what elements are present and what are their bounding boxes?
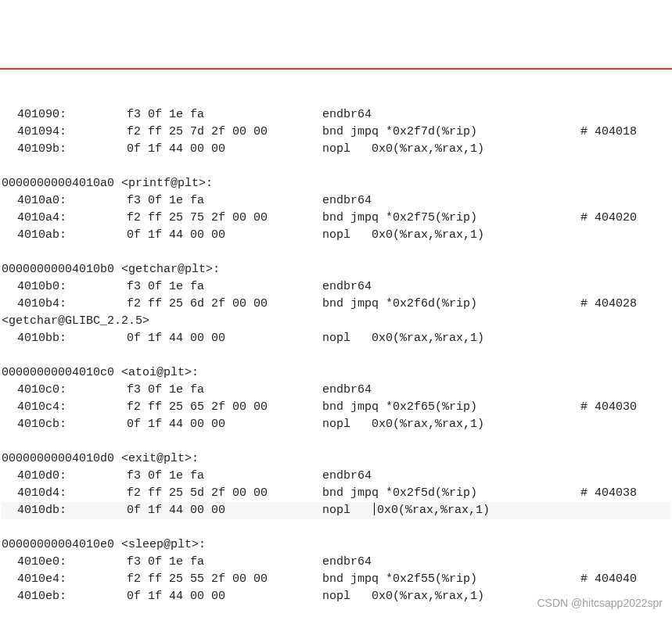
mnemonic: nopl 0x0(%rax,%rax,1) [322, 330, 580, 347]
mnemonic: endbr64 [322, 106, 580, 124]
symbol-header: 00000000004010b0 <getchar@plt>: [2, 261, 670, 278]
instruction-row: 4010db:0f 1f 44 00 00nopl 0x0(%rax,%rax,… [2, 502, 670, 519]
address: 4010c0: [2, 382, 127, 399]
hex-bytes: f2 ff 25 65 2f 00 00 [127, 399, 322, 416]
hex-bytes: 0f 1f 44 00 00 [127, 502, 322, 519]
hex-bytes: f2 ff 25 7d 2f 00 00 [127, 124, 322, 141]
address: 4010a4: [2, 210, 127, 227]
mnemonic: endbr64 [322, 554, 580, 571]
hex-bytes: 0f 1f 44 00 00 [127, 588, 322, 605]
instruction-row: 4010d0:f3 0f 1e faendbr64 [2, 468, 670, 485]
mnemonic: bnd jmpq *0x2f7d(%rip) [322, 124, 580, 141]
instruction-row: 4010a0:f3 0f 1e faendbr64 [2, 192, 670, 210]
address: 4010e0: [2, 554, 127, 571]
asm-right: 0x0(%rax,%rax,1) [377, 504, 490, 517]
mnemonic: nopl 0x0(%rax,%rax,1) [322, 588, 580, 605]
instruction-row: 4010c4:f2 ff 25 65 2f 00 00bnd jmpq *0x2… [2, 399, 670, 416]
hex-bytes: f3 0f 1e fa [127, 192, 322, 210]
address: 4010bb: [2, 330, 127, 347]
comment: # 404018 [580, 124, 670, 141]
instruction-row: 4010cb:0f 1f 44 00 00nopl 0x0(%rax,%rax,… [2, 416, 670, 433]
hex-bytes: f3 0f 1e fa [127, 554, 322, 571]
symbol-header: 00000000004010e0 <sleep@plt>: [2, 536, 670, 554]
address: 4010c4: [2, 399, 127, 416]
instruction-row: 4010e4:f2 ff 25 55 2f 00 00bnd jmpq *0x2… [2, 571, 670, 588]
address: 4010cb: [2, 416, 127, 433]
disassembly-listing: 401090:f3 0f 1e faendbr64401094:f2 ff 25… [0, 104, 672, 618]
hex-bytes: 0f 1f 44 00 00 [127, 227, 322, 244]
mnemonic: endbr64 [322, 382, 580, 399]
comment: # 404038 [580, 485, 670, 502]
blank-line [2, 347, 670, 364]
hex-bytes: f3 0f 1e fa [127, 278, 322, 296]
instruction-row: 4010b0:f3 0f 1e faendbr64 [2, 278, 670, 296]
hex-bytes: 0f 1f 44 00 00 [127, 141, 322, 158]
address: 4010eb: [2, 588, 127, 605]
mnemonic: nopl 0x0(%rax,%rax,1) [322, 416, 580, 433]
hex-bytes: f2 ff 25 5d 2f 00 00 [127, 485, 322, 502]
text-cursor [374, 503, 375, 515]
comment: # 404030 [580, 399, 670, 416]
mnemonic: endbr64 [322, 192, 580, 210]
comment: # 404020 [580, 210, 670, 227]
mnemonic: endbr64 [322, 468, 580, 485]
symbol-header: 00000000004010d0 <exit@plt>: [2, 450, 670, 468]
mnemonic: nopl 0x0(%rax,%rax,1) [322, 227, 580, 244]
mnemonic: bnd jmpq *0x2f55(%rip) [322, 571, 580, 588]
text-line: <getchar@GLIBC_2.2.5> [2, 313, 670, 330]
instruction-row: 4010c0:f3 0f 1e faendbr64 [2, 382, 670, 399]
address: 4010b0: [2, 278, 127, 296]
instruction-row: 4010d4:f2 ff 25 5d 2f 00 00bnd jmpq *0x2… [2, 485, 670, 502]
instruction-row: 4010b4:f2 ff 25 6d 2f 00 00bnd jmpq *0x2… [2, 296, 670, 313]
asm-left: nopl [322, 504, 372, 517]
instruction-row: 401094:f2 ff 25 7d 2f 00 00bnd jmpq *0x2… [2, 124, 670, 141]
hex-bytes: f2 ff 25 75 2f 00 00 [127, 210, 322, 227]
blank-line [2, 519, 670, 536]
mnemonic: nopl 0x0(%rax,%rax,1) [322, 502, 580, 519]
mnemonic: bnd jmpq *0x2f5d(%rip) [322, 485, 580, 502]
comment: # 404028 [580, 296, 670, 313]
hex-bytes: 0f 1f 44 00 00 [127, 416, 322, 433]
instruction-row: 4010bb:0f 1f 44 00 00nopl 0x0(%rax,%rax,… [2, 330, 670, 347]
mnemonic: endbr64 [322, 278, 580, 296]
mnemonic: bnd jmpq *0x2f65(%rip) [322, 399, 580, 416]
blank-line [2, 605, 670, 618]
blank-line [2, 158, 670, 175]
instruction-row: 4010e0:f3 0f 1e faendbr64 [2, 554, 670, 571]
hex-bytes: f3 0f 1e fa [127, 468, 322, 485]
address: 4010d4: [2, 485, 127, 502]
instruction-row: 4010a4:f2 ff 25 75 2f 00 00bnd jmpq *0x2… [2, 210, 670, 227]
symbol-header: 00000000004010a0 <printf@plt>: [2, 175, 670, 192]
instruction-row: 4010eb:0f 1f 44 00 00nopl 0x0(%rax,%rax,… [2, 588, 670, 605]
address: 4010db: [2, 502, 127, 519]
address: 401090: [2, 106, 127, 124]
mnemonic: bnd jmpq *0x2f6d(%rip) [322, 296, 580, 313]
mnemonic: bnd jmpq *0x2f75(%rip) [322, 210, 580, 227]
address: 40109b: [2, 141, 127, 158]
address: 4010e4: [2, 571, 127, 588]
blank-line [2, 244, 670, 261]
hex-bytes: 0f 1f 44 00 00 [127, 330, 322, 347]
hex-bytes: f2 ff 25 6d 2f 00 00 [127, 296, 322, 313]
address: 401094: [2, 124, 127, 141]
address: 4010d0: [2, 468, 127, 485]
symbol-header: 00000000004010c0 <atoi@plt>: [2, 364, 670, 382]
instruction-row: 4010ab:0f 1f 44 00 00nopl 0x0(%rax,%rax,… [2, 227, 670, 244]
address: 4010b4: [2, 296, 127, 313]
mnemonic: nopl 0x0(%rax,%rax,1) [322, 141, 580, 158]
instruction-row: 40109b:0f 1f 44 00 00nopl 0x0(%rax,%rax,… [2, 141, 670, 158]
instruction-row: 401090:f3 0f 1e faendbr64 [2, 106, 670, 124]
blank-line [2, 433, 670, 450]
address: 4010a0: [2, 192, 127, 210]
hex-bytes: f2 ff 25 55 2f 00 00 [127, 571, 322, 588]
top-highlight-bar [0, 68, 672, 70]
address: 4010ab: [2, 227, 127, 244]
hex-bytes: f3 0f 1e fa [127, 382, 322, 399]
hex-bytes: f3 0f 1e fa [127, 106, 322, 124]
comment: # 404040 [580, 571, 670, 588]
